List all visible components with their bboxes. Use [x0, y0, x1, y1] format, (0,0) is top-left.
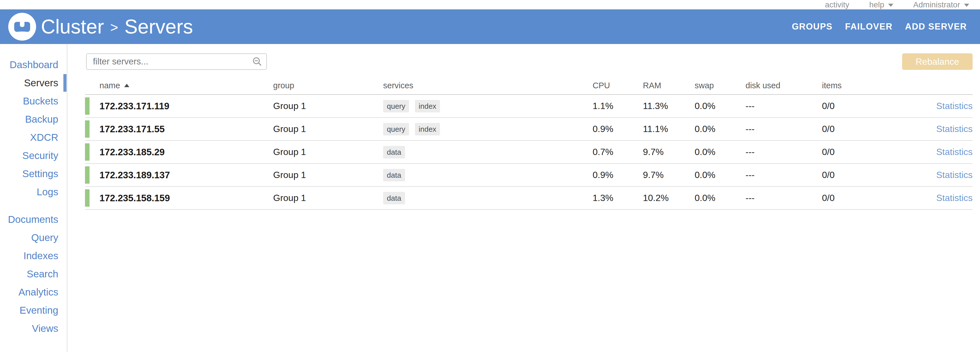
server-disk-used: --- — [746, 101, 822, 111]
service-badge: query — [383, 100, 409, 113]
column-header-group[interactable]: group — [273, 81, 383, 90]
activity-link[interactable]: activity — [825, 0, 850, 10]
service-badge: data — [383, 192, 405, 205]
table-row[interactable]: 172.233.189.137 Group 1 data 0.9% 9.7% 0… — [85, 164, 973, 187]
failover-button[interactable]: FAILOVER — [845, 22, 892, 32]
statistics-link[interactable]: Statistics — [936, 101, 973, 111]
statistics-link[interactable]: Statistics — [936, 124, 973, 134]
column-header-ram[interactable]: RAM — [643, 81, 695, 90]
server-status-indicator — [85, 189, 89, 207]
server-services: query index — [383, 100, 593, 113]
server-name[interactable]: 172.235.158.159 — [99, 193, 170, 203]
server-name-cell: 172.233.171.119 — [85, 95, 273, 117]
sidebar-item-servers[interactable]: Servers — [24, 74, 58, 92]
sidebar-item-xdcr[interactable]: XDCR — [30, 128, 58, 146]
server-group: Group 1 — [273, 124, 383, 134]
server-status-indicator — [85, 166, 89, 184]
statistics-link[interactable]: Statistics — [936, 170, 973, 180]
groups-button[interactable]: GROUPS — [792, 22, 832, 32]
sidebar-item-indexes[interactable]: Indexes — [23, 247, 58, 265]
sidebar-item-analytics[interactable]: Analytics — [19, 283, 58, 301]
sidebar-item-security[interactable]: Security — [22, 146, 58, 165]
server-items: 0/0 — [822, 124, 895, 134]
column-header-cpu[interactable]: CPU — [593, 81, 643, 90]
server-items: 0/0 — [822, 193, 895, 203]
server-cpu: 0.7% — [593, 147, 643, 157]
chevron-down-icon — [964, 4, 969, 7]
help-menu[interactable]: help — [869, 0, 893, 10]
column-header-disk-used[interactable]: disk used — [746, 81, 822, 90]
sidebar-item-search[interactable]: Search — [27, 265, 58, 283]
server-name[interactable]: 172.233.171.119 — [99, 101, 169, 111]
column-header-swap[interactable]: swap — [695, 81, 746, 90]
server-cpu: 1.1% — [593, 101, 643, 111]
breadcrumb-cluster[interactable]: Cluster — [41, 15, 104, 38]
sidebar-item-buckets[interactable]: Buckets — [23, 92, 59, 110]
table-row[interactable]: 172.233.171.119 Group 1 query index 1.1%… — [85, 95, 973, 118]
sidebar-divider — [67, 44, 67, 352]
server-status-indicator — [85, 143, 89, 161]
table-header-row: name group services CPU RAM swap disk us… — [85, 77, 973, 95]
user-label: Administrator — [913, 0, 960, 10]
table-row[interactable]: 172.235.158.159 Group 1 data 1.3% 10.2% … — [85, 187, 973, 210]
server-disk-used: --- — [746, 124, 822, 134]
server-name[interactable]: 172.233.171.55 — [99, 124, 165, 135]
help-label: help — [869, 0, 884, 10]
server-ram: 9.7% — [643, 170, 695, 180]
server-services: data — [383, 192, 593, 205]
sidebar-item-query[interactable]: Query — [31, 228, 58, 247]
server-swap: 0.0% — [695, 193, 746, 203]
search-icon — [252, 57, 262, 67]
service-badge: index — [415, 100, 440, 113]
server-cpu: 1.3% — [593, 193, 643, 203]
active-nav-indicator — [64, 74, 67, 92]
server-name-cell: 172.233.185.29 — [85, 141, 273, 163]
column-header-services[interactable]: services — [383, 81, 593, 90]
sidebar-item-documents[interactable]: Documents — [8, 210, 58, 228]
sidebar-item-eventing[interactable]: Eventing — [20, 301, 58, 319]
breadcrumb-separator: > — [110, 19, 118, 35]
server-services: query index — [383, 123, 593, 135]
service-badge: index — [415, 123, 440, 135]
server-status-indicator — [85, 121, 89, 138]
service-badge: query — [383, 123, 409, 135]
sidebar-item-dashboard[interactable]: Dashboard — [10, 55, 58, 74]
sidebar-item-settings[interactable]: Settings — [22, 165, 58, 183]
server-disk-used: --- — [746, 147, 822, 157]
sort-ascending-icon — [124, 84, 129, 87]
server-ram: 11.3% — [643, 101, 695, 111]
table-row[interactable]: 172.233.171.55 Group 1 query index 0.9% … — [85, 118, 973, 141]
couchbase-logo-icon — [8, 13, 37, 41]
column-header-items[interactable]: items — [822, 81, 895, 90]
server-name-cell: 172.233.189.137 — [85, 164, 273, 186]
activity-label: activity — [825, 0, 850, 10]
user-menu[interactable]: Administrator — [913, 0, 969, 10]
server-ram: 9.7% — [643, 147, 695, 157]
server-cpu: 0.9% — [593, 170, 643, 180]
server-items: 0/0 — [822, 101, 895, 111]
statistics-link[interactable]: Statistics — [936, 147, 973, 157]
server-name-cell: 172.233.171.55 — [85, 118, 273, 140]
servers-table: name group services CPU RAM swap disk us… — [85, 77, 973, 210]
column-header-name[interactable]: name — [85, 77, 273, 94]
sidebar-item-logs[interactable]: Logs — [37, 183, 58, 201]
table-row[interactable]: 172.233.185.29 Group 1 data 0.7% 9.7% 0.… — [85, 141, 973, 164]
filter-servers-field — [86, 53, 267, 70]
sidebar-item-backup[interactable]: Backup — [25, 110, 58, 128]
server-group: Group 1 — [273, 101, 383, 111]
server-items: 0/0 — [822, 147, 895, 157]
filter-servers-input[interactable] — [86, 53, 267, 70]
server-services: data — [383, 169, 593, 181]
server-disk-used: --- — [746, 170, 822, 180]
sidebar-group-data: Documents Query Indexes Search Analytics… — [0, 210, 67, 338]
statistics-link[interactable]: Statistics — [936, 193, 973, 203]
server-name[interactable]: 172.233.185.29 — [99, 147, 165, 157]
breadcrumb: Cluster > Servers — [41, 15, 193, 38]
server-name[interactable]: 172.233.189.137 — [99, 170, 170, 181]
server-services: data — [383, 146, 593, 159]
service-badge: data — [383, 169, 405, 181]
add-server-button[interactable]: ADD SERVER — [905, 22, 967, 32]
breadcrumb-servers: Servers — [124, 15, 193, 38]
sidebar-item-views[interactable]: Views — [32, 319, 58, 338]
rebalance-button[interactable]: Rebalance — [902, 53, 973, 70]
